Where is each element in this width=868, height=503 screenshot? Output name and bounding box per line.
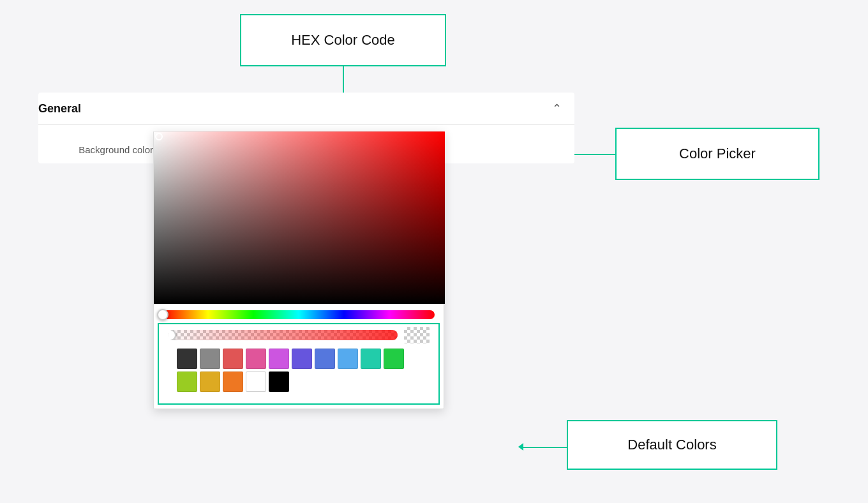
hue-thumb xyxy=(157,309,168,320)
color-swatch[interactable] xyxy=(269,372,289,392)
color-swatch[interactable] xyxy=(246,349,266,369)
hex-color-code-annotation: HEX Color Code xyxy=(240,14,446,66)
default-colors-grid xyxy=(168,343,430,397)
color-swatch[interactable] xyxy=(315,349,335,369)
default-colors-annotation-arrow xyxy=(518,443,523,451)
gradient-cursor xyxy=(155,133,163,140)
hue-slider-container xyxy=(154,304,444,323)
color-swatch[interactable] xyxy=(292,349,312,369)
color-swatch[interactable] xyxy=(338,349,358,369)
color-swatch[interactable] xyxy=(177,372,197,392)
gradient-canvas[interactable] xyxy=(154,131,445,304)
color-swatch[interactable] xyxy=(246,372,266,392)
color-swatch[interactable] xyxy=(223,349,243,369)
color-swatch[interactable] xyxy=(384,349,404,369)
alpha-preview-swatch xyxy=(404,327,430,343)
color-swatch[interactable] xyxy=(361,349,381,369)
hue-slider[interactable] xyxy=(163,310,435,319)
color-picker-annotation: Color Picker xyxy=(615,128,819,180)
default-colors-annotation: Default Colors xyxy=(567,420,777,470)
alpha-default-colors-section xyxy=(158,323,440,405)
page-container: HEX Color Code Color Picker Default Colo… xyxy=(0,0,868,503)
main-panel: General ⌃ Background color xyxy=(38,93,574,163)
color-swatch[interactable] xyxy=(269,349,289,369)
alpha-gradient xyxy=(168,330,398,340)
color-swatch[interactable] xyxy=(200,372,220,392)
default-colors-annotation-line xyxy=(523,447,568,448)
section-header: General ⌃ xyxy=(38,93,574,125)
color-swatch[interactable] xyxy=(200,349,220,369)
alpha-row xyxy=(168,327,430,343)
alpha-slider[interactable] xyxy=(168,330,398,340)
color-picker-popup xyxy=(153,131,444,409)
color-swatches-row xyxy=(177,349,421,392)
color-swatch[interactable] xyxy=(223,372,243,392)
section-title: General xyxy=(38,102,81,116)
background-color-label: Background color xyxy=(38,144,153,155)
alpha-thumb xyxy=(168,330,176,340)
color-swatch[interactable] xyxy=(177,349,197,369)
chevron-up-icon[interactable]: ⌃ xyxy=(552,101,562,116)
